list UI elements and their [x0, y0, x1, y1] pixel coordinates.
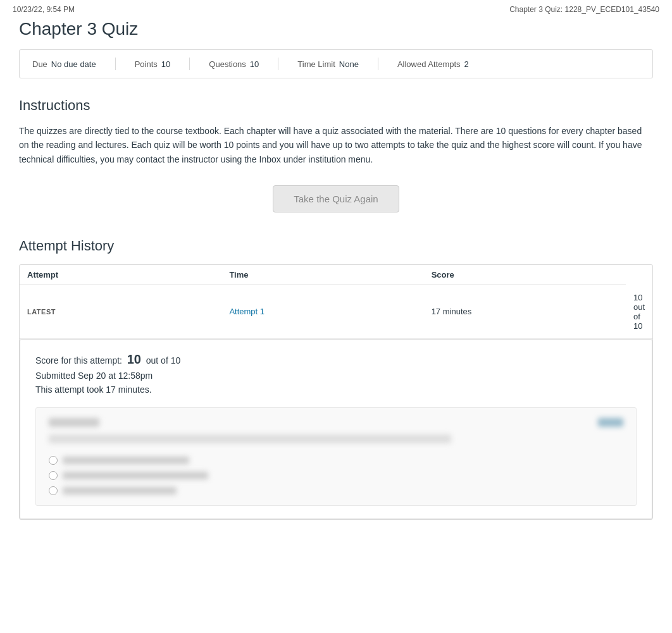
attempt-history-table-wrapper: Attempt Time Score LATEST Attempt 1 17 m… — [19, 264, 653, 520]
points-label: Points — [135, 59, 158, 69]
blurred-option-2 — [49, 471, 623, 480]
submitted-line: Submitted Sep 20 at 12:58pm — [35, 371, 637, 381]
score-line: Score for this attempt: 10 out of 10 — [35, 352, 637, 367]
blurred-radio-2 — [49, 471, 58, 480]
instructions-title: Instructions — [19, 97, 653, 114]
blurred-options — [49, 456, 623, 495]
score-number: 10 — [127, 352, 141, 366]
questions-value: 10 — [250, 59, 259, 69]
blurred-option-1 — [49, 456, 623, 465]
instructions-body: The quizzes are directly tied to the cou… — [19, 124, 653, 166]
col-header-time: Time — [221, 265, 423, 285]
meta-divider-4 — [378, 58, 378, 70]
score-details-box: Score for this attempt: 10 out of 10 Sub… — [20, 339, 652, 519]
blurred-score-badge — [598, 418, 623, 427]
attempt-link-cell: Attempt 1 — [221, 285, 423, 339]
blurred-option-text-2 — [63, 472, 208, 479]
meta-divider-3 — [278, 58, 278, 70]
blurred-radio-1 — [49, 456, 58, 465]
blurred-option-text-3 — [63, 487, 177, 495]
due-label: Due — [32, 59, 47, 69]
questions-label: Questions — [209, 59, 246, 69]
meta-allowed-attempts: Allowed Attempts 2 — [397, 59, 488, 69]
top-bar: 10/23/22, 9:54 PM Chapter 3 Quiz: 1228_P… — [0, 0, 672, 19]
time-limit-value: None — [339, 59, 359, 69]
blurred-option-3 — [49, 486, 623, 495]
page-container: Chapter 3 Quiz Due No due date Points 10… — [0, 19, 672, 545]
latest-badge: LATEST — [27, 308, 56, 316]
attempt-link[interactable]: Attempt 1 — [229, 307, 264, 316]
blurred-radio-3 — [49, 486, 58, 495]
quiz-meta-bar: Due No due date Points 10 Questions 10 T… — [19, 49, 653, 78]
take-quiz-button[interactable]: Take the Quiz Again — [273, 185, 399, 212]
attempt-history-table: Attempt Time Score LATEST Attempt 1 17 m… — [20, 265, 652, 339]
col-header-attempt: Attempt — [20, 265, 221, 285]
table-header-row: Attempt Time Score — [20, 265, 652, 285]
quiz-id: Chapter 3 Quiz: 1228_PV_ECED101_43540 — [509, 5, 659, 14]
score-out-of: out of 10 — [146, 355, 181, 366]
take-quiz-container: Take the Quiz Again — [19, 185, 653, 212]
meta-divider-2 — [189, 58, 190, 70]
points-value: 10 — [161, 59, 170, 69]
col-header-score: Score — [424, 265, 626, 285]
meta-points: Points 10 — [135, 59, 190, 69]
blurred-question-number — [49, 418, 99, 427]
time-limit-label: Time Limit — [297, 59, 335, 69]
blurred-question-header — [49, 418, 623, 427]
meta-divider-1 — [115, 58, 116, 70]
blurred-option-text-1 — [63, 457, 189, 464]
allowed-attempts-value: 2 — [464, 59, 469, 69]
time-line: This attempt took 17 minutes. — [35, 384, 637, 395]
latest-badge-cell: LATEST — [20, 285, 221, 339]
page-title: Chapter 3 Quiz — [19, 19, 653, 39]
meta-questions: Questions 10 — [209, 59, 278, 69]
blurred-question-section — [35, 407, 637, 506]
due-value: No due date — [51, 59, 96, 69]
attempt-score-cell: 10 out of 10 — [626, 285, 652, 339]
timestamp: 10/23/22, 9:54 PM — [13, 5, 75, 14]
score-label: Score for this attempt: — [35, 355, 122, 366]
blurred-question-body — [49, 434, 451, 443]
attempt-history-title: Attempt History — [19, 238, 653, 254]
meta-time-limit: Time Limit None — [297, 59, 378, 69]
attempt-time-cell: 17 minutes — [424, 285, 626, 339]
meta-due: Due No due date — [32, 59, 115, 69]
allowed-attempts-label: Allowed Attempts — [397, 59, 461, 69]
table-row: LATEST Attempt 1 17 minutes 10 out of 10 — [20, 285, 652, 339]
